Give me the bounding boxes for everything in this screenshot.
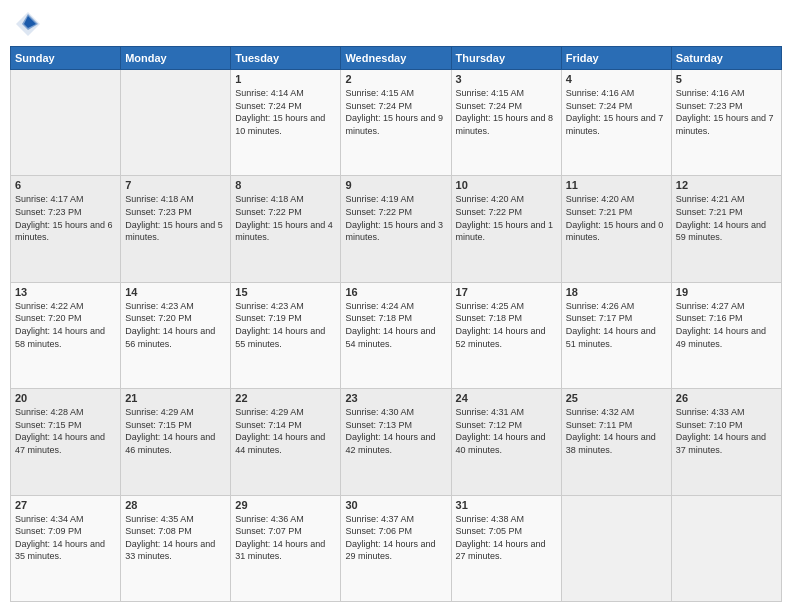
- day-number: 27: [15, 499, 116, 511]
- day-number: 19: [676, 286, 777, 298]
- day-info: Sunrise: 4:21 AMSunset: 7:21 PMDaylight:…: [676, 193, 777, 243]
- header-row: SundayMondayTuesdayWednesdayThursdayFrid…: [11, 47, 782, 70]
- day-info: Sunrise: 4:27 AMSunset: 7:16 PMDaylight:…: [676, 300, 777, 350]
- day-info: Sunrise: 4:17 AMSunset: 7:23 PMDaylight:…: [15, 193, 116, 243]
- week-row-1: 1Sunrise: 4:14 AMSunset: 7:24 PMDaylight…: [11, 70, 782, 176]
- day-header-friday: Friday: [561, 47, 671, 70]
- day-info: Sunrise: 4:35 AMSunset: 7:08 PMDaylight:…: [125, 513, 226, 563]
- day-cell: [121, 70, 231, 176]
- day-info: Sunrise: 4:16 AMSunset: 7:23 PMDaylight:…: [676, 87, 777, 137]
- header: [10, 10, 782, 38]
- day-cell: 17Sunrise: 4:25 AMSunset: 7:18 PMDayligh…: [451, 282, 561, 388]
- day-cell: 14Sunrise: 4:23 AMSunset: 7:20 PMDayligh…: [121, 282, 231, 388]
- day-cell: 16Sunrise: 4:24 AMSunset: 7:18 PMDayligh…: [341, 282, 451, 388]
- day-header-thursday: Thursday: [451, 47, 561, 70]
- day-info: Sunrise: 4:18 AMSunset: 7:23 PMDaylight:…: [125, 193, 226, 243]
- day-number: 2: [345, 73, 446, 85]
- day-number: 10: [456, 179, 557, 191]
- day-info: Sunrise: 4:14 AMSunset: 7:24 PMDaylight:…: [235, 87, 336, 137]
- day-number: 30: [345, 499, 446, 511]
- day-cell: 9Sunrise: 4:19 AMSunset: 7:22 PMDaylight…: [341, 176, 451, 282]
- day-cell: 24Sunrise: 4:31 AMSunset: 7:12 PMDayligh…: [451, 389, 561, 495]
- day-cell: [671, 495, 781, 601]
- day-cell: 23Sunrise: 4:30 AMSunset: 7:13 PMDayligh…: [341, 389, 451, 495]
- day-cell: 31Sunrise: 4:38 AMSunset: 7:05 PMDayligh…: [451, 495, 561, 601]
- day-number: 23: [345, 392, 446, 404]
- day-number: 20: [15, 392, 116, 404]
- day-info: Sunrise: 4:37 AMSunset: 7:06 PMDaylight:…: [345, 513, 446, 563]
- day-number: 18: [566, 286, 667, 298]
- day-cell: 20Sunrise: 4:28 AMSunset: 7:15 PMDayligh…: [11, 389, 121, 495]
- day-info: Sunrise: 4:18 AMSunset: 7:22 PMDaylight:…: [235, 193, 336, 243]
- day-number: 6: [15, 179, 116, 191]
- day-info: Sunrise: 4:29 AMSunset: 7:14 PMDaylight:…: [235, 406, 336, 456]
- day-number: 21: [125, 392, 226, 404]
- day-cell: 11Sunrise: 4:20 AMSunset: 7:21 PMDayligh…: [561, 176, 671, 282]
- day-number: 11: [566, 179, 667, 191]
- day-header-monday: Monday: [121, 47, 231, 70]
- day-cell: 5Sunrise: 4:16 AMSunset: 7:23 PMDaylight…: [671, 70, 781, 176]
- day-number: 8: [235, 179, 336, 191]
- day-info: Sunrise: 4:34 AMSunset: 7:09 PMDaylight:…: [15, 513, 116, 563]
- week-row-5: 27Sunrise: 4:34 AMSunset: 7:09 PMDayligh…: [11, 495, 782, 601]
- day-info: Sunrise: 4:33 AMSunset: 7:10 PMDaylight:…: [676, 406, 777, 456]
- day-cell: 18Sunrise: 4:26 AMSunset: 7:17 PMDayligh…: [561, 282, 671, 388]
- day-cell: 30Sunrise: 4:37 AMSunset: 7:06 PMDayligh…: [341, 495, 451, 601]
- day-number: 15: [235, 286, 336, 298]
- day-number: 14: [125, 286, 226, 298]
- day-number: 16: [345, 286, 446, 298]
- day-number: 13: [15, 286, 116, 298]
- day-cell: 13Sunrise: 4:22 AMSunset: 7:20 PMDayligh…: [11, 282, 121, 388]
- day-cell: 22Sunrise: 4:29 AMSunset: 7:14 PMDayligh…: [231, 389, 341, 495]
- week-row-4: 20Sunrise: 4:28 AMSunset: 7:15 PMDayligh…: [11, 389, 782, 495]
- day-header-sunday: Sunday: [11, 47, 121, 70]
- day-number: 22: [235, 392, 336, 404]
- calendar-page: SundayMondayTuesdayWednesdayThursdayFrid…: [0, 0, 792, 612]
- day-header-tuesday: Tuesday: [231, 47, 341, 70]
- day-header-saturday: Saturday: [671, 47, 781, 70]
- day-number: 4: [566, 73, 667, 85]
- logo: [14, 10, 46, 38]
- day-number: 1: [235, 73, 336, 85]
- day-info: Sunrise: 4:28 AMSunset: 7:15 PMDaylight:…: [15, 406, 116, 456]
- day-cell: 6Sunrise: 4:17 AMSunset: 7:23 PMDaylight…: [11, 176, 121, 282]
- day-info: Sunrise: 4:15 AMSunset: 7:24 PMDaylight:…: [456, 87, 557, 137]
- day-number: 5: [676, 73, 777, 85]
- day-number: 29: [235, 499, 336, 511]
- day-info: Sunrise: 4:22 AMSunset: 7:20 PMDaylight:…: [15, 300, 116, 350]
- day-info: Sunrise: 4:16 AMSunset: 7:24 PMDaylight:…: [566, 87, 667, 137]
- day-cell: 28Sunrise: 4:35 AMSunset: 7:08 PMDayligh…: [121, 495, 231, 601]
- day-number: 24: [456, 392, 557, 404]
- day-info: Sunrise: 4:31 AMSunset: 7:12 PMDaylight:…: [456, 406, 557, 456]
- day-cell: 8Sunrise: 4:18 AMSunset: 7:22 PMDaylight…: [231, 176, 341, 282]
- day-number: 26: [676, 392, 777, 404]
- day-info: Sunrise: 4:36 AMSunset: 7:07 PMDaylight:…: [235, 513, 336, 563]
- day-cell: 21Sunrise: 4:29 AMSunset: 7:15 PMDayligh…: [121, 389, 231, 495]
- day-number: 17: [456, 286, 557, 298]
- day-info: Sunrise: 4:23 AMSunset: 7:19 PMDaylight:…: [235, 300, 336, 350]
- day-info: Sunrise: 4:20 AMSunset: 7:21 PMDaylight:…: [566, 193, 667, 243]
- day-cell: 7Sunrise: 4:18 AMSunset: 7:23 PMDaylight…: [121, 176, 231, 282]
- day-cell: 4Sunrise: 4:16 AMSunset: 7:24 PMDaylight…: [561, 70, 671, 176]
- day-number: 9: [345, 179, 446, 191]
- day-info: Sunrise: 4:30 AMSunset: 7:13 PMDaylight:…: [345, 406, 446, 456]
- day-number: 28: [125, 499, 226, 511]
- calendar-table: SundayMondayTuesdayWednesdayThursdayFrid…: [10, 46, 782, 602]
- day-cell: 26Sunrise: 4:33 AMSunset: 7:10 PMDayligh…: [671, 389, 781, 495]
- day-cell: 27Sunrise: 4:34 AMSunset: 7:09 PMDayligh…: [11, 495, 121, 601]
- day-info: Sunrise: 4:19 AMSunset: 7:22 PMDaylight:…: [345, 193, 446, 243]
- day-info: Sunrise: 4:15 AMSunset: 7:24 PMDaylight:…: [345, 87, 446, 137]
- day-number: 12: [676, 179, 777, 191]
- day-info: Sunrise: 4:23 AMSunset: 7:20 PMDaylight:…: [125, 300, 226, 350]
- day-cell: 15Sunrise: 4:23 AMSunset: 7:19 PMDayligh…: [231, 282, 341, 388]
- day-cell: 2Sunrise: 4:15 AMSunset: 7:24 PMDaylight…: [341, 70, 451, 176]
- logo-icon: [14, 10, 42, 38]
- day-number: 31: [456, 499, 557, 511]
- day-info: Sunrise: 4:26 AMSunset: 7:17 PMDaylight:…: [566, 300, 667, 350]
- day-info: Sunrise: 4:25 AMSunset: 7:18 PMDaylight:…: [456, 300, 557, 350]
- day-number: 3: [456, 73, 557, 85]
- day-info: Sunrise: 4:24 AMSunset: 7:18 PMDaylight:…: [345, 300, 446, 350]
- day-number: 7: [125, 179, 226, 191]
- day-cell: 19Sunrise: 4:27 AMSunset: 7:16 PMDayligh…: [671, 282, 781, 388]
- day-info: Sunrise: 4:38 AMSunset: 7:05 PMDaylight:…: [456, 513, 557, 563]
